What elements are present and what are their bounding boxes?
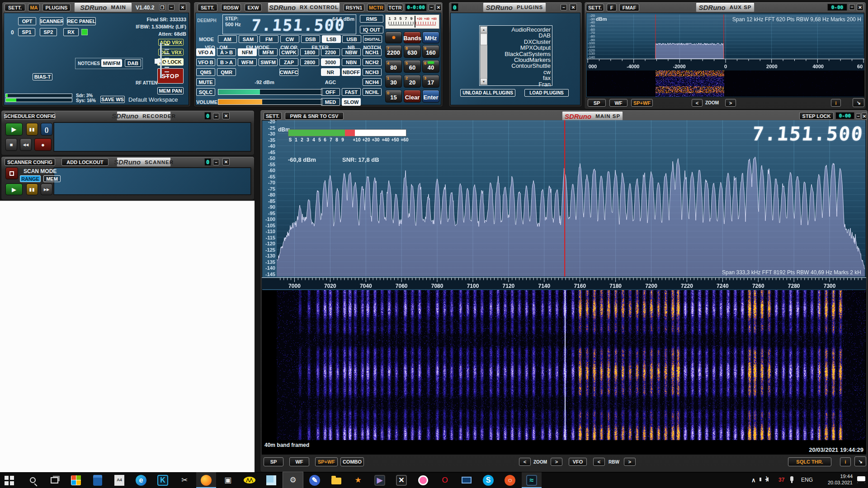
aux-settings-button[interactable]: SETT. [586, 4, 604, 11]
speaker-icon[interactable] [765, 477, 769, 482]
ms-store-icon[interactable] [66, 472, 86, 488]
a-b-button[interactable]: A > B [217, 48, 236, 56]
load-plugins-button[interactable]: LOAD PLUGINS [524, 89, 569, 97]
key-5-band-60[interactable]: 605 [404, 60, 421, 73]
loop-button[interactable]: () [41, 123, 52, 136]
cwafc-button[interactable]: CWAFC [279, 68, 298, 76]
aux-f-button[interactable]: F [607, 4, 617, 11]
scanner-close-icon[interactable]: ✕ [222, 158, 230, 165]
mfm-button[interactable]: MFM [259, 48, 278, 56]
scanner-button[interactable]: SCANNER [40, 17, 63, 25]
page-setup-icon[interactable]: A4 [109, 472, 129, 488]
main-minimize-icon[interactable]: – [168, 4, 175, 10]
zoom-in-button[interactable]: > [551, 458, 562, 466]
rec-panel-button[interactable]: REC PANEL [67, 17, 96, 25]
nbn-button[interactable]: NBN [342, 58, 361, 66]
scan-play-button[interactable]: ▶ [5, 183, 23, 195]
aux-zoom-in-button[interactable]: > [725, 99, 736, 107]
recorder-close-icon[interactable]: ✕ [222, 112, 230, 119]
aux-waterfall-display[interactable] [588, 70, 863, 97]
sticky-notes-icon[interactable] [261, 472, 281, 488]
language-indicator[interactable]: ENG [801, 477, 813, 483]
nch3-button[interactable]: NCH3 [363, 68, 382, 76]
mainsp-minimize-icon[interactable]: – [856, 113, 861, 119]
rx-close-icon[interactable]: ✕ [435, 4, 442, 11]
aux-sp-view-button[interactable]: SP [588, 99, 606, 107]
aux-resize-handle[interactable]: ↘ [853, 98, 864, 107]
mode-lsb-button[interactable]: LSB [322, 35, 341, 43]
qms-button[interactable]: QMS [196, 68, 215, 76]
mode-dsb-button[interactable]: DSB [301, 35, 320, 43]
sqlc-button[interactable]: SQLC [196, 88, 215, 96]
mode-digital-button[interactable]: DIGITAL [363, 35, 382, 43]
mode-fm-button[interactable]: FM [259, 35, 278, 43]
frequency-scale-ruler[interactable] [262, 277, 866, 289]
wfm-button[interactable]: WFM [238, 58, 257, 66]
aux-title-plate[interactable]: SDRuno AUX SP [696, 2, 755, 12]
agc-fast-button[interactable]: FAST [342, 88, 361, 96]
mctr-button[interactable]: MCTR [367, 4, 385, 11]
photos-icon[interactable]: ★ [348, 472, 368, 488]
scanner-title-plate[interactable]: SDRuno SCANNER [117, 157, 171, 167]
plugin-item-dab[interactable]: DAB [489, 33, 551, 38]
agc-off-button[interactable]: OFF [321, 88, 340, 96]
rx-button[interactable]: RX [63, 28, 79, 36]
iq-out-button[interactable]: IQ OUT [360, 26, 383, 33]
file-explorer-icon[interactable] [326, 472, 346, 488]
main-waterfall-display[interactable] [277, 290, 865, 440]
mainsp-spwf-view-button[interactable]: SP+WF [315, 457, 338, 466]
plugins-title-plate[interactable]: SDRuno PLUGINS [483, 2, 546, 12]
squelch-slider[interactable] [218, 89, 323, 95]
mem-pan-button[interactable]: MEM PAN [157, 87, 184, 94]
sqlc-threshold-button[interactable]: SQLC THR. [788, 457, 831, 466]
swfm-button[interactable]: SWFM [259, 58, 278, 66]
recorder-title-plate[interactable]: SDRuno RECORDER [117, 111, 171, 121]
qmr-button[interactable]: QMR [217, 68, 236, 76]
plugin-item-mpxoutput[interactable]: MPXOutput [489, 45, 551, 51]
aux-wf-view-button[interactable]: WF [609, 99, 627, 107]
key-9-band-160[interactable]: 1609 [422, 45, 439, 58]
mode-usb-button[interactable]: USB [342, 35, 361, 43]
exw-button[interactable]: EXW [245, 4, 262, 11]
rms-button[interactable]: RMS [360, 15, 383, 23]
aux-spwf-view-button[interactable]: SP+WF [631, 99, 653, 107]
media-player-icon[interactable]: ▶ [370, 472, 390, 488]
bias-t-button[interactable]: BIAS-T [33, 73, 52, 80]
mainsp-resize-handle[interactable]: ↘ [854, 456, 866, 466]
volume-slider[interactable] [218, 99, 323, 105]
opt-button[interactable]: OPT [18, 17, 36, 25]
stop-playback-button[interactable]: ■ [5, 138, 17, 151]
gpu-temp-widget[interactable]: 37 [778, 477, 784, 483]
vfo-b-button[interactable]: VFO B [196, 58, 215, 66]
scan-mem-button[interactable]: MEM [43, 175, 61, 182]
fmaf-button[interactable]: FMAF [619, 4, 639, 11]
play-button[interactable]: ▶ [5, 123, 23, 136]
clear-key[interactable]: Clear [404, 90, 421, 103]
scan-skip-button[interactable]: ▶▶ [41, 183, 52, 195]
plugin-item-cw[interactable]: cw [489, 69, 551, 75]
rx-title-plate[interactable]: SDRuno RX CONTROL [268, 2, 340, 12]
combo-view-button[interactable]: COMBO [340, 457, 364, 466]
step-lock-button[interactable]: STEP LOCK [799, 112, 834, 120]
mute-button[interactable]: MUTE [196, 78, 215, 86]
aux-info-button[interactable]: i [831, 99, 841, 107]
plugin-item-dxcluster[interactable]: DXCluster [489, 39, 551, 45]
main-settings-button[interactable]: SETT. [5, 4, 25, 11]
main-title-plate[interactable]: SDRuno MAIN [74, 2, 132, 12]
key-1-band-30[interactable]: 301 [385, 75, 402, 88]
nbw-button[interactable]: NBW [342, 48, 361, 56]
cwpk-button[interactable]: CWPK [279, 48, 298, 56]
mainsp-sp-view-button[interactable]: SP [264, 457, 283, 466]
main-plugins-button[interactable]: PLUGINS [42, 4, 71, 11]
nfm-button[interactable]: NFM [238, 48, 257, 56]
mainsp-info-button[interactable]: i [840, 457, 851, 466]
snipping-tool-icon[interactable]: ✂ [175, 472, 194, 488]
nch2-button[interactable]: NCH2 [363, 58, 382, 66]
mainsp-close-icon[interactable]: ✕ [862, 113, 867, 120]
ubuntu-icon[interactable]: ○ [500, 472, 520, 488]
del-vrx-button[interactable]: DEL VRX [158, 49, 184, 56]
x-app-icon[interactable]: ✕ [392, 472, 411, 488]
mhz-key[interactable]: MHz [422, 32, 439, 43]
plugins-minimize-icon[interactable]: – [561, 4, 567, 10]
key-7-band-2200[interactable]: 22007 [385, 45, 402, 58]
